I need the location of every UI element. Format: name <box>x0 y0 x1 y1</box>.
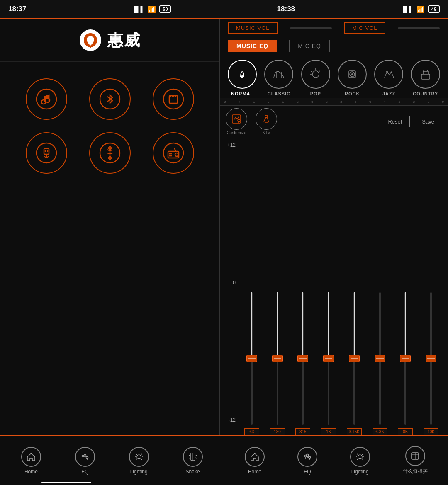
preset-normal-circle <box>228 60 257 89</box>
preset-normal[interactable]: NORMAL <box>228 60 257 96</box>
left-panel: 惠威 <box>0 19 220 435</box>
slider-knob-63[interactable] <box>246 355 257 362</box>
nav-shake-left[interactable]: Shake <box>183 447 203 475</box>
svg-point-38 <box>386 71 388 73</box>
preset-rock[interactable]: ROCK <box>338 60 367 96</box>
slider-track-8k[interactable] <box>404 292 406 425</box>
nav-eq-right[interactable]: EQ <box>297 447 317 475</box>
eq-band-180: 180 <box>270 292 285 435</box>
mic-vol-button[interactable]: MIC VOL <box>344 22 385 34</box>
slider-knob-315k[interactable] <box>349 355 360 362</box>
aux-input-button[interactable] <box>89 132 131 174</box>
slider-knob-10k[interactable] <box>426 355 436 362</box>
nav-indicator-left <box>41 482 91 483</box>
slider-knob-8k[interactable] <box>400 355 411 362</box>
music-vol-slider[interactable] <box>290 27 332 29</box>
music-input-button[interactable] <box>26 78 67 120</box>
freq-label-10k: 10K <box>424 428 438 435</box>
slider-track-315[interactable] <box>302 292 304 425</box>
svg-line-68 <box>195 458 197 458</box>
preset-classic[interactable]: CLASSIC <box>264 60 293 96</box>
eq-ruler-top: 0713128226042380 <box>220 98 448 106</box>
svg-line-32 <box>319 71 320 72</box>
svg-line-62 <box>136 459 137 460</box>
nav-lighting-left[interactable]: Lighting <box>129 447 149 475</box>
mic-eq-button[interactable]: MIC EQ <box>289 40 330 52</box>
svg-point-53 <box>86 456 88 458</box>
nav-eq-label-right: EQ <box>304 469 311 475</box>
brand-name: 惠威 <box>107 30 141 51</box>
mic-vol-slider[interactable] <box>398 27 440 29</box>
nav-home-left[interactable]: Home <box>21 447 41 475</box>
preset-pop[interactable]: POP <box>301 60 330 96</box>
nav-lighting-label-left: Lighting <box>130 469 148 475</box>
svg-line-67 <box>195 455 197 456</box>
ktv-label: KTV <box>262 131 270 135</box>
save-button[interactable]: Save <box>414 116 442 127</box>
freq-label-315: 315 <box>295 428 310 435</box>
svg-line-84 <box>357 459 358 460</box>
radio-input-button[interactable] <box>153 132 194 174</box>
nav-eq-left[interactable]: EQ <box>75 447 95 475</box>
slider-knob-1k[interactable] <box>323 355 334 362</box>
preset-classic-circle <box>264 60 293 89</box>
svg-line-82 <box>362 459 363 460</box>
ktv-item[interactable]: KTV <box>256 108 277 135</box>
customize-row: Customize KTV Reset Save <box>220 106 448 138</box>
eq-icon-right <box>297 447 317 467</box>
usb-input-button[interactable] <box>26 132 67 174</box>
svg-line-61 <box>141 454 142 455</box>
bluetooth-input-button[interactable] <box>89 78 131 120</box>
bottom-nav-right: Home EQ <box>224 436 448 485</box>
ruler-ticks-top: 0713128226042380 <box>224 100 444 104</box>
svg-line-60 <box>141 459 142 460</box>
nav-lighting-right[interactable]: Lighting <box>350 447 370 475</box>
eq-label-top: +12 <box>224 142 236 148</box>
nav-home-right[interactable]: Home <box>245 447 265 475</box>
signal-icon-right: ▐▌▌ <box>401 6 413 12</box>
music-eq-button[interactable]: MUSIC EQ <box>228 40 277 52</box>
svg-line-83 <box>362 454 363 455</box>
nav-app-right[interactable]: 什么值得买 <box>403 446 428 475</box>
slider-track-180[interactable] <box>277 292 278 425</box>
preset-normal-label: NORMAL <box>231 91 253 96</box>
music-vol-button[interactable]: MUSIC VOL <box>228 22 278 34</box>
slider-track-10k[interactable] <box>430 292 432 425</box>
slider-track-315k[interactable] <box>353 292 355 425</box>
preset-jazz[interactable]: JAZZ <box>374 60 403 96</box>
eq-band-315k: 3.15K <box>347 292 362 435</box>
eq-presets-row: NORMAL CLASSIC <box>220 55 448 98</box>
lighting-icon-left <box>129 447 149 467</box>
slider-knob-63k[interactable] <box>375 355 385 362</box>
time-left: 18:37 <box>8 5 26 13</box>
nav-home-label-right: Home <box>248 469 261 475</box>
eq-y-axis: +12 0 -12 <box>224 142 239 435</box>
preset-country[interactable]: COUNTRY <box>411 60 440 96</box>
battery-left: 50 <box>159 5 171 13</box>
svg-point-52 <box>84 454 86 456</box>
slider-track-1k[interactable] <box>328 292 329 425</box>
wifi-icon-left: 📶 <box>148 5 156 13</box>
eq-band-1k: 1K <box>321 292 336 435</box>
slider-track-63k[interactable] <box>379 292 381 425</box>
freq-label-1k: 1K <box>321 428 336 435</box>
slider-knob-180[interactable] <box>272 355 283 362</box>
slider-knob-315[interactable] <box>297 355 308 362</box>
eq-label-mid: 0 <box>224 280 236 286</box>
freq-label-63k: 6.3K <box>373 428 387 435</box>
nav-app-label-right: 什么值得买 <box>403 468 428 475</box>
slider-track-63[interactable] <box>251 292 253 425</box>
customize-item[interactable]: Customize <box>226 108 247 135</box>
reset-button[interactable]: Reset <box>380 116 410 127</box>
nav-home-label-left: Home <box>24 469 38 475</box>
freq-label-8k: 8K <box>398 428 413 435</box>
sdcard-input-button[interactable] <box>153 78 194 120</box>
nav-lighting-label-right: Lighting <box>351 469 369 475</box>
svg-point-74 <box>306 454 308 456</box>
svg-point-6 <box>163 89 183 109</box>
eq-band-315: 315 <box>295 292 310 435</box>
shake-icon-left <box>183 447 203 467</box>
bottom-nav-left: Home EQ <box>0 436 224 485</box>
svg-point-54 <box>137 455 141 459</box>
eq-mode-row: MUSIC EQ MIC EQ <box>220 37 448 55</box>
